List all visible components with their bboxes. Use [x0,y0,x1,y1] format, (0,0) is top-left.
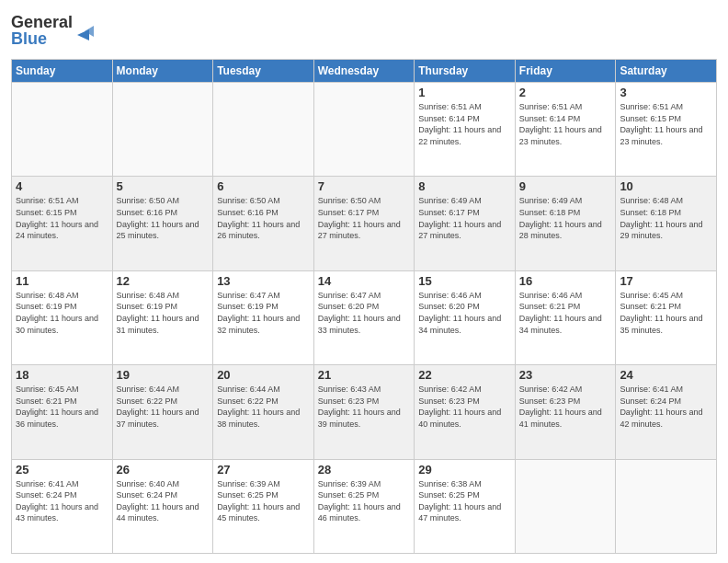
day-number: 10 [620,179,712,193]
calendar-cell [313,83,415,177]
calendar-cell: 20Sunrise: 6:44 AMSunset: 6:22 PMDayligh… [213,365,314,459]
col-header-tuesday: Tuesday [213,60,314,83]
day-sun-info: Sunrise: 6:50 AMSunset: 6:17 PMDaylight:… [318,195,411,241]
calendar-cell: 10Sunrise: 6:48 AMSunset: 6:18 PMDayligh… [616,177,717,270]
day-number: 18 [16,368,108,382]
calendar-week-2: 4Sunrise: 6:51 AMSunset: 6:15 PMDaylight… [12,177,717,270]
day-number: 14 [318,274,411,288]
day-number: 15 [418,274,511,288]
day-sun-info: Sunrise: 6:39 AMSunset: 6:25 PMDaylight:… [318,478,411,524]
calendar-cell: 2Sunrise: 6:51 AMSunset: 6:14 PMDaylight… [515,83,616,177]
calendar-week-3: 11Sunrise: 6:48 AMSunset: 6:19 PMDayligh… [12,270,717,364]
col-header-friday: Friday [515,60,616,83]
day-number: 24 [620,368,712,382]
calendar-cell: 6Sunrise: 6:50 AMSunset: 6:16 PMDaylight… [213,177,314,270]
day-number: 22 [418,368,511,382]
calendar-cell: 4Sunrise: 6:51 AMSunset: 6:15 PMDaylight… [12,177,113,270]
calendar-cell: 5Sunrise: 6:50 AMSunset: 6:16 PMDaylight… [112,177,213,270]
col-header-thursday: Thursday [415,60,516,83]
svg-text:General: General [11,13,73,31]
calendar-week-4: 18Sunrise: 6:45 AMSunset: 6:21 PMDayligh… [12,365,717,459]
calendar-cell: 12Sunrise: 6:48 AMSunset: 6:19 PMDayligh… [112,270,213,364]
day-sun-info: Sunrise: 6:39 AMSunset: 6:25 PMDaylight:… [217,478,310,524]
day-sun-info: Sunrise: 6:40 AMSunset: 6:24 PMDaylight:… [117,478,210,524]
day-sun-info: Sunrise: 6:51 AMSunset: 6:15 PMDaylight:… [620,101,712,147]
day-number: 23 [519,368,612,382]
day-sun-info: Sunrise: 6:46 AMSunset: 6:20 PMDaylight:… [418,290,511,336]
calendar-header-row: SundayMondayTuesdayWednesdayThursdayFrid… [12,60,717,83]
day-number: 3 [620,86,712,99]
day-number: 9 [519,179,612,193]
calendar-table: SundayMondayTuesdayWednesdayThursdayFrid… [11,59,717,554]
logo-text: General Blue [11,9,103,53]
day-sun-info: Sunrise: 6:44 AMSunset: 6:22 PMDaylight:… [217,384,310,430]
calendar-cell: 25Sunrise: 6:41 AMSunset: 6:24 PMDayligh… [12,459,113,553]
day-sun-info: Sunrise: 6:50 AMSunset: 6:16 PMDaylight:… [217,195,310,241]
day-sun-info: Sunrise: 6:48 AMSunset: 6:19 PMDaylight:… [16,290,108,336]
calendar-cell: 1Sunrise: 6:51 AMSunset: 6:14 PMDaylight… [415,83,516,177]
day-number: 27 [217,463,310,477]
day-number: 21 [318,368,411,382]
calendar-cell: 29Sunrise: 6:38 AMSunset: 6:25 PMDayligh… [415,459,516,553]
day-sun-info: Sunrise: 6:51 AMSunset: 6:14 PMDaylight:… [519,101,612,147]
calendar-cell [515,459,616,553]
day-number: 29 [418,463,511,477]
calendar-cell: 18Sunrise: 6:45 AMSunset: 6:21 PMDayligh… [12,365,113,459]
calendar-cell [12,83,113,177]
day-number: 1 [418,86,511,99]
day-sun-info: Sunrise: 6:38 AMSunset: 6:25 PMDaylight:… [418,478,511,524]
day-sun-info: Sunrise: 6:47 AMSunset: 6:19 PMDaylight:… [217,290,310,336]
logo: General Blue [11,9,103,53]
calendar-cell: 7Sunrise: 6:50 AMSunset: 6:17 PMDaylight… [313,177,415,270]
day-number: 11 [16,274,108,288]
day-number: 12 [117,274,210,288]
calendar-cell: 21Sunrise: 6:43 AMSunset: 6:23 PMDayligh… [313,365,415,459]
calendar-cell: 17Sunrise: 6:45 AMSunset: 6:21 PMDayligh… [616,270,717,364]
day-sun-info: Sunrise: 6:50 AMSunset: 6:16 PMDaylight:… [117,195,210,241]
calendar-cell: 27Sunrise: 6:39 AMSunset: 6:25 PMDayligh… [213,459,314,553]
calendar-week-5: 25Sunrise: 6:41 AMSunset: 6:24 PMDayligh… [12,459,717,553]
col-header-saturday: Saturday [616,60,717,83]
col-header-monday: Monday [112,60,213,83]
calendar-cell [616,459,717,553]
day-number: 5 [117,179,210,193]
calendar-cell: 9Sunrise: 6:49 AMSunset: 6:18 PMDaylight… [515,177,616,270]
calendar-cell: 15Sunrise: 6:46 AMSunset: 6:20 PMDayligh… [415,270,516,364]
day-sun-info: Sunrise: 6:51 AMSunset: 6:15 PMDaylight:… [16,195,108,241]
col-header-wednesday: Wednesday [313,60,415,83]
day-number: 28 [318,463,411,477]
day-sun-info: Sunrise: 6:49 AMSunset: 6:18 PMDaylight:… [519,195,612,241]
day-sun-info: Sunrise: 6:41 AMSunset: 6:24 PMDaylight:… [620,384,712,430]
calendar-cell: 19Sunrise: 6:44 AMSunset: 6:22 PMDayligh… [112,365,213,459]
calendar-cell: 8Sunrise: 6:49 AMSunset: 6:17 PMDaylight… [415,177,516,270]
day-number: 8 [418,179,511,193]
day-number: 20 [217,368,310,382]
calendar-cell: 14Sunrise: 6:47 AMSunset: 6:20 PMDayligh… [313,270,415,364]
day-sun-info: Sunrise: 6:43 AMSunset: 6:23 PMDaylight:… [318,384,411,430]
day-number: 17 [620,274,712,288]
day-sun-info: Sunrise: 6:47 AMSunset: 6:20 PMDaylight:… [318,290,411,336]
calendar-cell [112,83,213,177]
day-sun-info: Sunrise: 6:45 AMSunset: 6:21 PMDaylight:… [620,290,712,336]
calendar-cell: 24Sunrise: 6:41 AMSunset: 6:24 PMDayligh… [616,365,717,459]
day-sun-info: Sunrise: 6:42 AMSunset: 6:23 PMDaylight:… [519,384,612,430]
calendar-cell: 11Sunrise: 6:48 AMSunset: 6:19 PMDayligh… [12,270,113,364]
day-number: 16 [519,274,612,288]
day-number: 13 [217,274,310,288]
svg-text:Blue: Blue [11,29,47,48]
day-sun-info: Sunrise: 6:45 AMSunset: 6:21 PMDaylight:… [16,384,108,430]
page: General Blue SundayMondayTuesdayWednesda… [0,0,728,563]
calendar-week-1: 1Sunrise: 6:51 AMSunset: 6:14 PMDaylight… [12,83,717,177]
calendar-cell: 16Sunrise: 6:46 AMSunset: 6:21 PMDayligh… [515,270,616,364]
calendar-cell: 23Sunrise: 6:42 AMSunset: 6:23 PMDayligh… [515,365,616,459]
col-header-sunday: Sunday [12,60,113,83]
day-number: 6 [217,179,310,193]
header: General Blue [11,9,717,53]
day-sun-info: Sunrise: 6:49 AMSunset: 6:17 PMDaylight:… [418,195,511,241]
day-number: 4 [16,179,108,193]
day-sun-info: Sunrise: 6:42 AMSunset: 6:23 PMDaylight:… [418,384,511,430]
calendar-cell: 22Sunrise: 6:42 AMSunset: 6:23 PMDayligh… [415,365,516,459]
calendar-cell: 13Sunrise: 6:47 AMSunset: 6:19 PMDayligh… [213,270,314,364]
day-sun-info: Sunrise: 6:46 AMSunset: 6:21 PMDaylight:… [519,290,612,336]
day-sun-info: Sunrise: 6:41 AMSunset: 6:24 PMDaylight:… [16,478,108,524]
